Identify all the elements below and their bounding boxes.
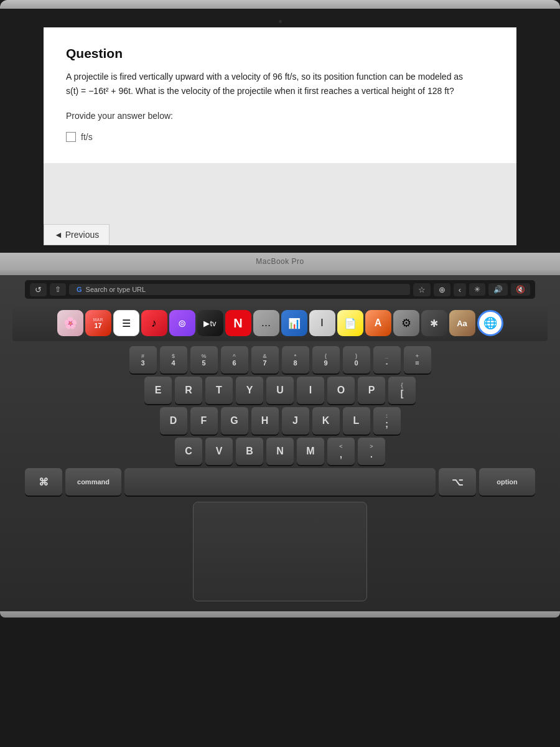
keyboard-outer-frame <box>0 270 560 275</box>
screen-area: Question A projectile is fired verticall… <box>0 27 560 245</box>
dock-icon-launchpad[interactable]: MAR17 <box>85 310 111 336</box>
key-h[interactable]: H <box>251 407 279 435</box>
tb-asterisk[interactable]: ✳ <box>469 283 485 296</box>
key-semicolon[interactable]: :; <box>373 407 401 435</box>
macbook-label-bar: MacBook Pro <box>0 253 560 270</box>
screen-bezel-top <box>0 9 560 27</box>
keyboard-row-qwerty: E R T Y U I O P {[ <box>12 377 548 404</box>
dock-icon-music[interactable]: ♪ <box>141 310 167 336</box>
previous-button[interactable]: ◄ Previous <box>44 224 110 245</box>
key-7[interactable]: &7 <box>251 346 279 374</box>
laptop-top-bezel <box>0 0 560 9</box>
key-option-symbol[interactable]: ⌥ <box>439 468 476 496</box>
keyboard-body: ↺ ⇧ G Search or type URL ☆ ⊕ ‹ ✳ 🔊 🔇 🌸 M… <box>0 275 560 611</box>
key-f[interactable]: F <box>190 407 218 435</box>
keyboard-row-zxcv: C V B N M <, >. <box>12 438 548 465</box>
key-open-bracket[interactable]: {[ <box>388 377 416 404</box>
key-m[interactable]: M <box>297 438 324 465</box>
answer-checkbox[interactable] <box>66 132 76 142</box>
provide-answer-label: Provide your answer below: <box>66 111 494 121</box>
key-n[interactable]: N <box>266 438 294 465</box>
key-3[interactable]: #3 <box>129 346 157 374</box>
webcam-dot <box>279 20 282 23</box>
key-d[interactable]: D <box>160 407 187 435</box>
key-g[interactable]: G <box>221 407 248 435</box>
dock-icon-sysprefs[interactable]: ⚙ <box>393 310 419 336</box>
tb-google-search[interactable]: G Search or type URL <box>69 284 410 295</box>
tb-mute[interactable]: 🔇 <box>511 283 530 296</box>
key-8[interactable]: *8 <box>282 346 309 374</box>
key-o[interactable]: O <box>327 377 355 404</box>
laptop-bottom-edge <box>0 611 560 618</box>
key-5[interactable]: %5 <box>190 346 218 374</box>
key-c[interactable]: C <box>175 438 202 465</box>
key-comma[interactable]: <, <box>327 438 355 465</box>
dock-icon-notes[interactable]: 📄 <box>337 310 363 336</box>
dock-icon-dictionary[interactable]: Aa <box>449 310 475 336</box>
google-g-icon: G <box>77 286 82 293</box>
dock-icon-photos[interactable]: 🌸 <box>57 310 83 336</box>
tb-volume[interactable]: 🔊 <box>488 283 508 296</box>
key-space[interactable] <box>124 468 436 496</box>
dock-icon-appletv[interactable]: ▶tv <box>197 310 223 336</box>
key-6[interactable]: ^6 <box>221 346 248 374</box>
dock-icon-charts[interactable]: 📊 <box>281 310 307 336</box>
question-line2: s(t) = −16t² + 96t. What is the velocity… <box>66 86 454 96</box>
touch-bar: ↺ ⇧ G Search or type URL ☆ ⊕ ‹ ✳ 🔊 🔇 <box>25 280 535 299</box>
key-9[interactable]: (9 <box>312 346 340 374</box>
dock-icon-bluetooth[interactable]: ✱ <box>421 310 447 336</box>
browser-question-area: Question A projectile is fired verticall… <box>44 27 516 163</box>
key-e[interactable]: E <box>144 377 172 404</box>
key-0[interactable]: )0 <box>343 346 370 374</box>
question-body: A projectile is fired vertically upward … <box>66 70 494 98</box>
dock-icon-podcasts[interactable]: ⊚ <box>169 310 195 336</box>
key-t[interactable]: T <box>205 377 233 404</box>
screen-inner: Question A projectile is fired verticall… <box>44 27 516 245</box>
dock-icon-accounts[interactable]: I <box>309 310 335 336</box>
question-line1: A projectile is fired vertically upward … <box>66 72 463 82</box>
key-option[interactable]: option <box>479 468 535 496</box>
dock-icon-reminders[interactable]: ☰ <box>113 310 139 336</box>
key-p[interactable]: P <box>358 377 385 404</box>
key-4[interactable]: $4 <box>160 346 187 374</box>
keyboard-row-bottom: ⌘ command ⌥ option <box>12 468 548 496</box>
tb-angle[interactable]: ‹ <box>454 283 466 296</box>
answer-unit: ft/s <box>81 132 93 142</box>
webcam-bar <box>44 15 516 27</box>
macbook-label: MacBook Pro <box>256 257 304 266</box>
dock-icon-netflix[interactable]: N <box>225 310 251 336</box>
key-minus[interactable]: _- <box>373 346 401 374</box>
key-command[interactable]: command <box>65 468 121 496</box>
key-v[interactable]: V <box>205 438 233 465</box>
keyboard-row-asdf: D F G H J K L :; <box>12 407 548 435</box>
key-command-symbol[interactable]: ⌘ <box>25 468 62 496</box>
key-plus-right[interactable]: += <box>404 346 431 374</box>
question-title: Question <box>66 46 494 61</box>
tb-refresh[interactable]: ↺ <box>30 283 47 296</box>
dock-bar: 🌸 MAR17 ☰ ♪ ⊚ ▶tv N … 📊 I 📄 A ⚙ ✱ Aa 🌐 <box>12 305 548 341</box>
trackpad[interactable] <box>193 502 367 601</box>
tb-star[interactable]: ☆ <box>413 283 431 296</box>
dock-icon-messages[interactable]: … <box>253 310 279 336</box>
key-j[interactable]: J <box>282 407 309 435</box>
answer-input-row: ft/s <box>66 132 494 142</box>
dock-icon-chrome[interactable]: 🌐 <box>477 310 503 336</box>
key-k[interactable]: K <box>312 407 340 435</box>
key-r[interactable]: R <box>175 377 202 404</box>
dock-icon-book[interactable]: A <box>365 310 391 336</box>
tb-home[interactable]: ⇧ <box>50 283 66 296</box>
key-i[interactable]: I <box>297 377 324 404</box>
key-u[interactable]: U <box>266 377 294 404</box>
search-placeholder-text: Search or type URL <box>86 286 146 293</box>
screen-bezel-bottom <box>0 245 560 253</box>
key-b[interactable]: B <box>236 438 263 465</box>
keyboard-row-numbers: #3 $4 %5 ^6 &7 *8 (9 )0 _- += <box>12 346 548 374</box>
key-period[interactable]: >. <box>358 438 385 465</box>
tb-plus-tab[interactable]: ⊕ <box>434 283 450 296</box>
key-y[interactable]: Y <box>236 377 263 404</box>
key-l[interactable]: L <box>343 407 370 435</box>
